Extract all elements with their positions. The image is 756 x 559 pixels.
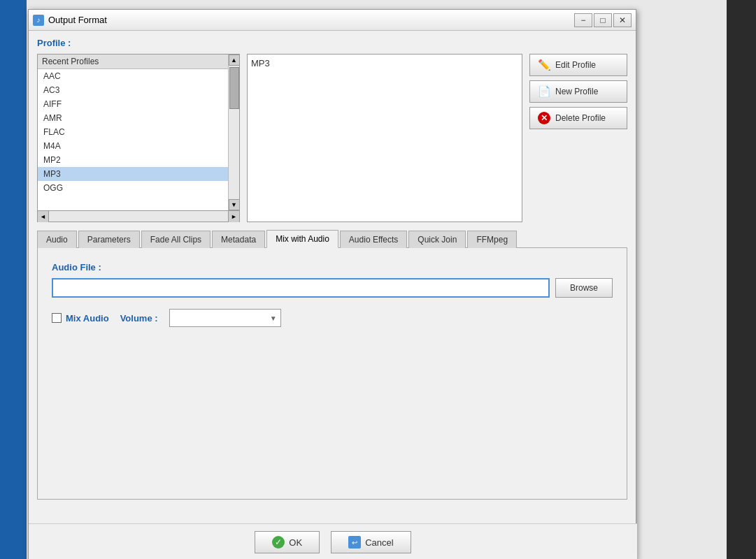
dialog-icon: ♪	[33, 15, 44, 26]
title-controls: − □ ✕	[574, 13, 632, 27]
ok-label: OK	[289, 537, 302, 548]
dialog-footer: ✓ OK ↩ Cancel	[29, 523, 637, 559]
tab-quick-join[interactable]: Quick Join	[408, 231, 466, 248]
scroll-down-button[interactable]: ▼	[229, 199, 240, 210]
profile-display: MP3	[247, 54, 522, 222]
title-bar: ♪ Output Format − □ ✕	[29, 10, 636, 31]
title-bar-left: ♪ Output Format	[33, 15, 107, 26]
audio-file-input[interactable]	[52, 278, 550, 298]
tab-audio-effects-label: Audio Effects	[349, 235, 399, 245]
list-item-mp2[interactable]: MP2	[38, 153, 228, 167]
volume-select-wrapper: 25% 50% 75% 100%	[169, 309, 281, 327]
maximize-button[interactable]: □	[594, 13, 612, 27]
cancel-label: Cancel	[365, 537, 393, 548]
profile-list-items: Recent Profiles AAC AC3 AIFF AMR FLAC M4…	[38, 55, 228, 210]
delete-icon: ✕	[537, 111, 551, 125]
list-item-aiff[interactable]: AIFF	[38, 97, 228, 111]
list-item-amr[interactable]: AMR	[38, 111, 228, 125]
profile-section: Recent Profiles AAC AC3 AIFF AMR FLAC M4…	[37, 54, 627, 222]
list-item-flac[interactable]: FLAC	[38, 125, 228, 139]
list-item-aac[interactable]: AAC	[38, 69, 228, 83]
mix-audio-row: Mix Audio Volume : 25% 50% 75% 100%	[52, 309, 613, 327]
ok-button[interactable]: ✓ OK	[255, 531, 320, 553]
profile-list-wrapper: Recent Profiles AAC AC3 AIFF AMR FLAC M4…	[37, 54, 240, 222]
audio-file-label: Audio File :	[52, 262, 613, 273]
list-item-ac3[interactable]: AC3	[38, 83, 228, 97]
cancel-icon: ↩	[348, 536, 361, 549]
list-item-mp3[interactable]: MP3	[38, 167, 228, 181]
tab-panel-mix-with-audio: Audio File : Browse Mix Audio Volume :	[37, 248, 627, 500]
mix-audio-checkbox-label[interactable]: Mix Audio	[52, 313, 109, 324]
tabs-container: Audio Parameters Fade All Clips Metadata…	[37, 229, 627, 248]
dialog-title: Output Format	[48, 15, 107, 25]
close-button[interactable]: ✕	[613, 13, 632, 27]
edit-profile-button[interactable]: ✏️ Edit Profile	[529, 54, 627, 76]
background-leftbar	[0, 0, 27, 559]
dialog-content: Profile : Recent Profiles AAC AC3 AIFF A…	[29, 31, 636, 507]
tab-quick-join-label: Quick Join	[418, 235, 457, 245]
browse-button[interactable]: Browse	[555, 278, 613, 298]
tab-audio-label: Audio	[46, 235, 68, 245]
scroll-up-button[interactable]: ▲	[229, 55, 240, 66]
tab-ffmpeg[interactable]: FFMpeg	[467, 231, 517, 248]
list-item-ogg[interactable]: OGG	[38, 181, 228, 195]
list-item-m4a[interactable]: M4A	[38, 139, 228, 153]
dialog-wrapper: ♪ Output Format − □ ✕ Profile : Rece	[24, 6, 731, 558]
edit-icon: ✏️	[537, 58, 551, 72]
tab-mix-with-audio-label: Mix with Audio	[276, 234, 329, 244]
background-sidebar	[727, 0, 756, 559]
horizontal-scrollbar[interactable]: ◄ ►	[37, 211, 240, 222]
cancel-button[interactable]: ↩ Cancel	[331, 531, 411, 553]
delete-profile-button[interactable]: ✕ Delete Profile	[529, 107, 627, 129]
mix-audio-text: Mix Audio	[66, 313, 109, 324]
tab-parameters[interactable]: Parameters	[78, 231, 140, 248]
tab-metadata-label: Metadata	[221, 235, 256, 245]
tab-metadata[interactable]: Metadata	[212, 231, 265, 248]
profile-label: Profile :	[37, 38, 627, 48]
minimize-button[interactable]: −	[574, 13, 592, 27]
scroll-left-button[interactable]: ◄	[38, 211, 49, 222]
tab-audio-effects[interactable]: Audio Effects	[340, 231, 408, 248]
profile-list-header: Recent Profiles	[38, 55, 228, 69]
tab-audio[interactable]: Audio	[37, 231, 77, 248]
delete-profile-label: Delete Profile	[555, 113, 606, 123]
tab-ffmpeg-label: FFMpeg	[476, 235, 508, 245]
output-format-dialog: ♪ Output Format − □ ✕ Profile : Rece	[28, 9, 636, 559]
profile-display-value: MP3	[251, 58, 270, 68]
mix-audio-checkbox[interactable]	[52, 313, 62, 323]
vertical-scrollbar[interactable]: ▲ ▼	[228, 55, 239, 210]
horiz-track	[49, 211, 228, 222]
tab-fade-all-clips-label: Fade All Clips	[150, 235, 201, 245]
scroll-right-button[interactable]: ►	[228, 211, 239, 222]
new-profile-label: New Profile	[555, 87, 598, 96]
new-profile-button[interactable]: 📄 New Profile	[529, 80, 627, 103]
tab-mix-with-audio[interactable]: Mix with Audio	[266, 230, 338, 248]
scroll-thumb[interactable]	[229, 67, 239, 109]
tab-fade-all-clips[interactable]: Fade All Clips	[141, 231, 211, 248]
audio-file-row: Browse	[52, 278, 613, 298]
volume-select[interactable]: 25% 50% 75% 100%	[169, 309, 281, 327]
volume-label: Volume :	[120, 313, 158, 324]
profile-list-container: Recent Profiles AAC AC3 AIFF AMR FLAC M4…	[37, 54, 240, 211]
edit-profile-label: Edit Profile	[555, 60, 596, 70]
ok-icon: ✓	[272, 536, 285, 549]
profile-buttons: ✏️ Edit Profile 📄 New Profile ✕ Delete P…	[529, 54, 627, 222]
tab-parameters-label: Parameters	[87, 235, 131, 245]
new-icon: 📄	[537, 85, 551, 99]
